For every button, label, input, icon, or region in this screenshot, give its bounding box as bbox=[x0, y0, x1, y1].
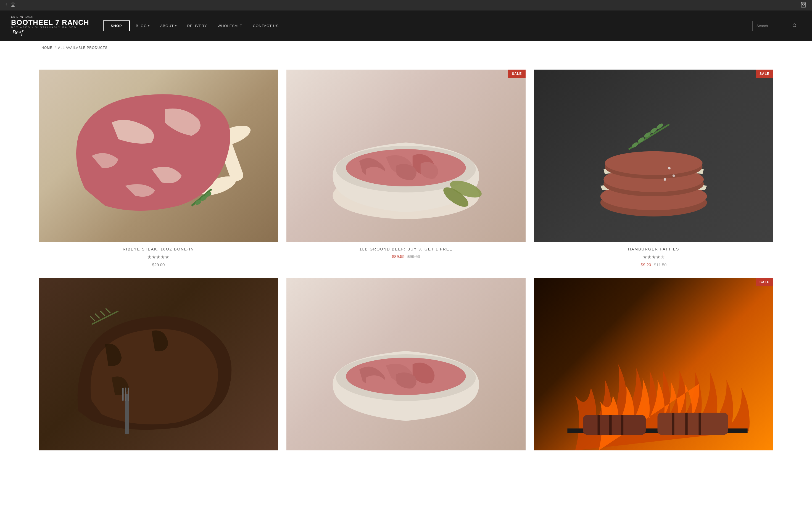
product-image-ground-bundle: SALE bbox=[286, 70, 526, 242]
nav-shop-button[interactable]: SHOP bbox=[103, 20, 130, 31]
price-sale-burgers: $9.20 bbox=[641, 262, 651, 267]
product-image-ribeye bbox=[39, 70, 278, 242]
svg-point-1 bbox=[12, 4, 14, 6]
burger-patties-illustration bbox=[558, 87, 749, 224]
blog-chevron-icon: ▾ bbox=[148, 24, 150, 27]
nav-about[interactable]: ABOUT ▾ bbox=[156, 21, 181, 31]
breadcrumb-home[interactable]: HOME bbox=[41, 46, 53, 50]
product-price-burgers: $9.20 $11.50 bbox=[534, 262, 773, 267]
nav-delivery[interactable]: DELIVERY bbox=[183, 21, 212, 31]
search-input[interactable] bbox=[756, 24, 793, 28]
sale-badge-ground-bundle: SALE bbox=[508, 70, 526, 78]
ground-beef-bowl2-illustration bbox=[310, 291, 502, 437]
header: EST. 🐄 1916 BOOTHEEL 7 RANCH DRY AGED · … bbox=[0, 11, 812, 41]
svg-point-4 bbox=[793, 24, 796, 27]
price-original-ground-bundle: $99.50 bbox=[407, 254, 420, 259]
sale-badge-grill: SALE bbox=[756, 278, 773, 287]
breadcrumb: HOME / ALL AVAILABLE PRODUCTS bbox=[0, 41, 812, 55]
cart-top-icon[interactable] bbox=[800, 2, 807, 9]
product-name-ribeye: RIBEYE STEAK, 18OZ BONE-IN bbox=[39, 247, 278, 251]
product-card-dark-steak[interactable] bbox=[39, 278, 278, 455]
svg-point-30 bbox=[668, 167, 671, 170]
product-stars-burgers: ★★★★★ bbox=[534, 254, 773, 260]
facebook-icon[interactable]: f bbox=[5, 2, 7, 8]
price-original-burgers: $11.50 bbox=[654, 262, 667, 267]
price-sale-ground-bundle: $89.55 bbox=[392, 254, 405, 259]
nav-blog[interactable]: BLOG ▾ bbox=[131, 21, 154, 31]
products-section: RIBEYE STEAK, 18OZ BONE-IN ★★★★★ $29.00 … bbox=[0, 56, 812, 466]
svg-rect-0 bbox=[11, 3, 15, 6]
nav-contact[interactable]: CONTACT US bbox=[249, 21, 283, 31]
product-price-ground-bundle: $89.55 $99.50 bbox=[286, 254, 526, 259]
product-image-ground2 bbox=[286, 278, 526, 450]
ground-beef-bowl-illustration bbox=[310, 83, 502, 229]
top-bar: f bbox=[0, 0, 812, 11]
svg-point-23 bbox=[605, 151, 702, 175]
breadcrumb-current: ALL AVAILABLE PRODUCTS bbox=[58, 46, 107, 50]
main-nav: SHOP BLOG ▾ ABOUT ▾ DELIVERY WHOLESALE C… bbox=[103, 20, 744, 31]
instagram-icon[interactable] bbox=[11, 2, 15, 8]
product-card-ground2[interactable] bbox=[286, 278, 526, 455]
svg-rect-40 bbox=[125, 387, 127, 401]
product-image-grill: SALE bbox=[534, 278, 773, 450]
sale-badge-burgers: SALE bbox=[756, 70, 773, 78]
svg-line-37 bbox=[106, 308, 111, 313]
social-links: f bbox=[5, 2, 15, 8]
search-button[interactable] bbox=[793, 23, 797, 28]
svg-rect-45 bbox=[583, 415, 646, 435]
product-card-ribeye[interactable]: RIBEYE STEAK, 18OZ BONE-IN ★★★★★ $29.00 bbox=[39, 70, 278, 267]
svg-rect-41 bbox=[128, 387, 129, 401]
svg-line-36 bbox=[101, 311, 105, 316]
product-stars-ribeye: ★★★★★ bbox=[39, 254, 278, 260]
svg-rect-46 bbox=[657, 413, 728, 435]
product-card-grill[interactable]: SALE bbox=[534, 278, 773, 455]
product-image-dark-steak bbox=[39, 278, 278, 450]
product-name-ground-bundle: 1LB GROUND BEEF: BUY 9, GET 1 FREE bbox=[286, 247, 526, 251]
product-price-ribeye: $29.00 bbox=[39, 262, 278, 267]
svg-point-31 bbox=[672, 175, 675, 177]
about-chevron-icon: ▾ bbox=[175, 24, 177, 27]
ribeye-illustration bbox=[57, 83, 260, 229]
price-value-ribeye: $29.00 bbox=[152, 262, 164, 267]
product-card-burgers[interactable]: SALE bbox=[534, 70, 773, 267]
product-card-ground-bundle[interactable]: SALE bbox=[286, 70, 526, 267]
product-name-burgers: HAMBURGER PATTIES bbox=[534, 247, 773, 251]
grill-illustration bbox=[534, 278, 773, 450]
product-grid: RIBEYE STEAK, 18OZ BONE-IN ★★★★★ $29.00 … bbox=[39, 70, 773, 455]
search-box bbox=[752, 21, 801, 31]
svg-point-32 bbox=[664, 178, 666, 181]
nav-wholesale[interactable]: WHOLESALE bbox=[213, 21, 247, 31]
svg-line-34 bbox=[90, 316, 95, 321]
breadcrumb-separator: / bbox=[55, 46, 56, 50]
svg-line-33 bbox=[92, 311, 118, 324]
svg-line-35 bbox=[95, 314, 100, 318]
logo-script: Beef bbox=[12, 29, 89, 35]
svg-line-5 bbox=[795, 26, 796, 27]
section-divider bbox=[39, 61, 773, 61]
logo-brand-name: BOOTHEEL 7 RANCH bbox=[11, 18, 89, 27]
svg-rect-39 bbox=[122, 387, 124, 401]
dark-steak-illustration bbox=[50, 291, 266, 437]
logo[interactable]: EST. 🐄 1916 BOOTHEEL 7 RANCH DRY AGED · … bbox=[11, 16, 89, 36]
product-image-burgers: SALE bbox=[534, 70, 773, 242]
